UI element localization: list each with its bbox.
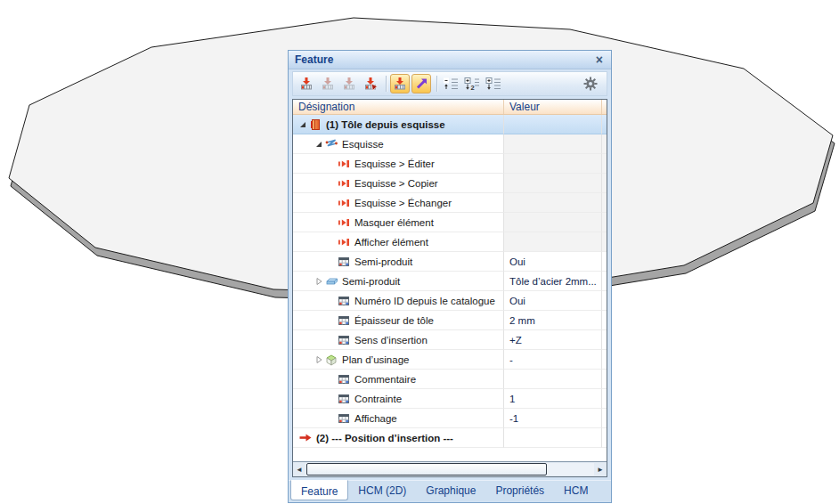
feature-toolbar: 2 [292, 71, 607, 96]
tree-row[interactable]: Esquisse > Copier [293, 174, 607, 193]
row-value-cell[interactable] [503, 213, 601, 232]
jump-to-feature-toggle[interactable] [411, 74, 431, 93]
row-designation-cell[interactable]: Contrainte [293, 389, 503, 409]
expand-level2-button[interactable]: 2 [462, 74, 482, 93]
toolbar-separator [436, 76, 437, 92]
panel-titlebar[interactable]: Feature × [289, 51, 611, 69]
param-table-icon [337, 314, 351, 327]
expand-arrow-icon[interactable] [314, 276, 324, 286]
row-value-cell[interactable] [503, 154, 601, 174]
settings-button[interactable] [581, 74, 600, 93]
collapse-arrow-icon[interactable] [298, 119, 308, 129]
row-designation-cell[interactable]: Plan d’usinage [293, 350, 503, 370]
tree-row[interactable]: Semi-produitTôle d’acier 2mm... [293, 272, 607, 291]
row-label: Contrainte [354, 393, 402, 404]
row-value-cell[interactable]: Oui [503, 252, 601, 272]
scroll-right-button[interactable]: ► [594, 462, 607, 476]
row-value-cell[interactable] [503, 232, 601, 252]
tab-hcm-2d[interactable]: HCM (2D) [348, 481, 416, 502]
tree-row[interactable]: (1) Tôle depuis esquisse [293, 115, 607, 134]
tree-row[interactable]: Esquisse [293, 134, 607, 154]
row-label: Numéro ID depuis le catalogue [354, 295, 495, 306]
row-value-cell[interactable] [503, 174, 601, 193]
tree-row[interactable]: Épaisseur de tôle2 mm [293, 311, 607, 330]
tree-row[interactable]: Plan d’usinage- [293, 350, 607, 370]
horizontal-scrollbar[interactable]: ◄ ► [293, 461, 607, 476]
row-label: Esquisse [342, 138, 384, 150]
row-designation-cell[interactable]: Numéro ID depuis le catalogue [293, 291, 503, 311]
row-label: Semi-produit [342, 275, 400, 287]
tree-row[interactable]: Semi-produitOui [293, 252, 607, 272]
row-value-cell[interactable] [503, 134, 601, 154]
tab-feature[interactable]: Feature [290, 480, 348, 500]
row-designation-cell[interactable]: Masquer élément [293, 213, 503, 232]
row-extra-cell [601, 389, 607, 409]
row-designation-cell[interactable]: (2) --- Position d’insertion --- [293, 428, 503, 448]
scrollbar-track[interactable] [305, 463, 594, 476]
row-designation-cell[interactable]: Esquisse [293, 134, 503, 154]
row-designation-cell[interactable]: Afficher élément [293, 232, 503, 252]
expand-all-button[interactable] [484, 74, 503, 93]
column-header-designation[interactable]: Désignation [293, 100, 503, 114]
row-label: Esquisse > Éditer [354, 158, 435, 169]
row-label: Esquisse > Échanger [354, 197, 452, 208]
scrollbar-thumb[interactable] [306, 463, 547, 476]
row-designation-cell[interactable]: (1) Tôle depuis esquisse [293, 115, 503, 134]
tree-row[interactable]: Commentaire [293, 370, 607, 389]
column-header-valeur[interactable]: Valeur [503, 100, 601, 114]
tree-row[interactable]: Esquisse > Échanger [293, 193, 607, 213]
row-designation-cell[interactable]: Esquisse > Copier [293, 174, 503, 193]
tree-row[interactable]: Numéro ID depuis le catalogueOui [293, 291, 607, 311]
row-designation-cell[interactable]: Semi-produit [293, 252, 503, 272]
sketch-icon [324, 138, 338, 150]
row-value-cell[interactable] [503, 193, 601, 213]
tab-graphique[interactable]: Graphique [416, 481, 485, 502]
row-value-cell[interactable]: Tôle d’acier 2mm... [503, 272, 601, 291]
insert-feature-alt-button[interactable] [318, 74, 338, 93]
tree-row[interactable]: Afficher élément [293, 232, 607, 252]
row-label: Afficher élément [354, 236, 428, 248]
insert-feature-button[interactable] [297, 74, 316, 93]
row-value-cell[interactable]: 2 mm [503, 311, 601, 330]
row-designation-cell[interactable]: Épaisseur de tôle [293, 311, 503, 330]
tab-hcm[interactable]: HCM [554, 481, 598, 502]
insert-feature-alt2-button[interactable] [339, 74, 359, 93]
tree-row[interactable]: Masquer élément [293, 213, 607, 232]
row-value-cell[interactable]: - [503, 350, 601, 370]
close-icon[interactable]: × [594, 53, 605, 66]
collapse-all-button[interactable] [441, 74, 460, 93]
row-value-cell[interactable] [503, 428, 601, 448]
tree-row[interactable]: Affichage-1 [293, 409, 607, 428]
svg-text:2: 2 [471, 84, 475, 92]
row-label: Semi-produit [354, 256, 412, 267]
row-value-cell[interactable] [503, 370, 601, 389]
row-value-cell[interactable]: +Z [503, 330, 601, 350]
row-designation-cell[interactable]: Semi-produit [293, 272, 503, 291]
feature-panel: Feature × 2 Désignation Valeur (1) Tôle … [288, 50, 612, 503]
tree-row[interactable]: (2) --- Position d’insertion --- [293, 428, 607, 448]
tab-propri-t-s[interactable]: Propriétés [485, 481, 554, 502]
param-table-icon [337, 334, 351, 346]
row-value-cell[interactable] [503, 115, 601, 134]
row-value-cell[interactable]: 1 [503, 389, 601, 409]
expand-arrow-icon[interactable] [314, 354, 324, 364]
row-designation-cell[interactable]: Esquisse > Échanger [293, 193, 503, 213]
collapse-tree-icon [443, 77, 459, 91]
row-value-cell[interactable]: Oui [503, 291, 601, 311]
tree-row[interactable]: Sens d’insertion+Z [293, 330, 607, 350]
row-label: Esquisse > Copier [354, 177, 438, 189]
row-extra-cell [601, 370, 607, 389]
row-value-cell[interactable]: -1 [503, 409, 601, 428]
feature-log-toggle[interactable] [390, 74, 410, 93]
row-designation-cell[interactable]: Commentaire [293, 370, 503, 389]
row-designation-cell[interactable]: Esquisse > Éditer [293, 154, 503, 174]
scroll-left-button[interactable]: ◄ [293, 462, 305, 476]
feature-action-icon [337, 236, 351, 248]
feature-action-icon [337, 177, 351, 190]
tree-row[interactable]: Contrainte1 [293, 389, 607, 409]
tree-row[interactable]: Esquisse > Éditer [293, 154, 607, 174]
row-designation-cell[interactable]: Affichage [293, 409, 503, 428]
feature-edit-button[interactable] [361, 74, 380, 93]
collapse-arrow-icon[interactable] [314, 139, 324, 149]
row-designation-cell[interactable]: Sens d’insertion [293, 330, 503, 350]
